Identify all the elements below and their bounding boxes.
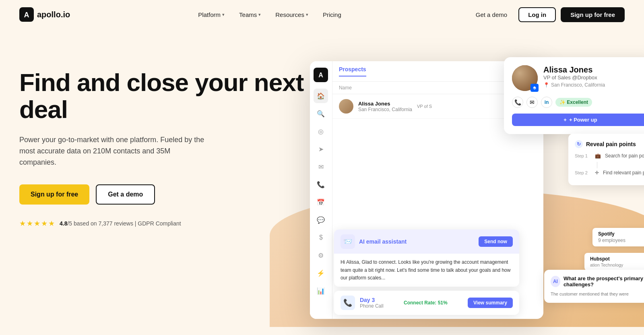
signup-button[interactable]: Sign up for free bbox=[561, 7, 625, 22]
pain-points-panel: ↻ Reveal pain points Step 1 💼 Search for… bbox=[568, 134, 644, 185]
view-summary-button[interactable]: View summary bbox=[468, 298, 513, 308]
sidebar-logo: A bbox=[314, 68, 328, 82]
sidebar-bolt-icon[interactable]: ⚡ bbox=[314, 266, 328, 280]
hero-title: Find and close your next deal bbox=[19, 69, 310, 123]
ai-question: What are the prospect's primary challeng… bbox=[564, 275, 644, 287]
contact-name: Alissa Jones bbox=[358, 101, 412, 107]
hero-section: Find and close your next deal Power your… bbox=[0, 29, 644, 335]
call-type: Phone Call bbox=[360, 303, 384, 309]
call-icon: 📞 bbox=[341, 296, 355, 310]
nav-right: Get a demo Log in Sign up for free bbox=[469, 7, 625, 22]
ai-answer: The customer mentioned that they were bbox=[551, 291, 644, 298]
profile-title: VP of Sales @Dropbox bbox=[543, 74, 605, 81]
call-info: Day 3 Phone Call bbox=[360, 297, 384, 309]
step1-label: Step 1 bbox=[575, 153, 591, 158]
sidebar-phone-icon[interactable]: 📞 bbox=[314, 177, 328, 192]
get-demo-button[interactable]: Get a demo bbox=[469, 8, 514, 21]
sidebar-chat-icon[interactable]: 💬 bbox=[314, 213, 328, 227]
prospects-tab[interactable]: Prospects bbox=[339, 66, 366, 77]
hero-right-mockup: A 🏠 🔍 ◎ ➤ ✉ 📞 📅 💬 $ ⚙ ⚡ 📊 Prospects bbox=[310, 53, 625, 327]
rating-score: 4.8/5 based on 7,377 reviews | GDPR Comp… bbox=[60, 220, 181, 227]
contact-title: VP of S bbox=[417, 104, 432, 109]
send-now-button[interactable]: Send now bbox=[479, 236, 513, 247]
location-pin-icon: 📍 bbox=[543, 82, 549, 88]
call-day: Day 3 bbox=[360, 297, 384, 303]
hero-signup-button[interactable]: Sign up for free bbox=[19, 184, 89, 205]
sidebar-settings-icon[interactable]: ⚙ bbox=[314, 248, 328, 263]
excellent-badge: ✨ Excellent bbox=[555, 98, 592, 107]
email-envelope-icon: 📨 bbox=[343, 237, 352, 246]
hero-left: Find and close your next deal Power your… bbox=[19, 53, 310, 228]
email-assistant-panel: 📨 AI email assistant Send now Hi Alissa,… bbox=[334, 230, 519, 287]
rating-stars: ★★★★★ bbox=[19, 219, 56, 228]
platform-chevron-icon: ▾ bbox=[222, 12, 225, 17]
nav-platform[interactable]: Platform ▾ bbox=[192, 8, 230, 21]
ai-bubble: 5:23 AI What are the prospect's primary … bbox=[544, 270, 644, 303]
avatar bbox=[339, 99, 353, 114]
briefcase-icon: 💼 bbox=[595, 153, 601, 159]
sidebar-home-icon[interactable]: 🏠 bbox=[314, 89, 328, 103]
hero-rating: ★★★★★ 4.8/5 based on 7,377 reviews | GDP… bbox=[19, 219, 310, 228]
profile-avatar bbox=[512, 65, 538, 91]
app-sidebar: A 🏠 🔍 ◎ ➤ ✉ 📞 📅 💬 $ ⚙ ⚡ 📊 bbox=[310, 61, 332, 319]
email-label: AI email assistant bbox=[359, 238, 407, 245]
linkedin-tag-icon: in bbox=[541, 97, 552, 108]
step2-label: Step 2 bbox=[575, 170, 591, 175]
mail-tag-icon: ✉ bbox=[526, 97, 538, 108]
call-rate: Connect Rate: 51% bbox=[404, 300, 448, 306]
power-up-button[interactable]: + + Power up bbox=[512, 114, 644, 126]
ai-bubble-header: AI What are the prospect's primary chall… bbox=[551, 275, 644, 287]
contact-info: Alissa Jones San Francisco, California bbox=[358, 101, 412, 112]
step1-text: Search for pain points bbox=[605, 153, 644, 159]
phone-icon: 📞 bbox=[343, 298, 352, 307]
call-left: 📞 Day 3 Phone Call bbox=[341, 296, 384, 310]
nav-pricing[interactable]: Pricing bbox=[317, 8, 347, 21]
ai-icon: AI bbox=[551, 276, 560, 287]
email-header: 📨 AI email assistant Send now bbox=[334, 230, 519, 254]
svg-text:A: A bbox=[319, 72, 324, 79]
hero-demo-button[interactable]: Get a demo bbox=[96, 184, 155, 205]
sidebar-dollar-icon[interactable]: $ bbox=[314, 230, 328, 245]
email-body: Hi Alissa, Glad to connect. Looks like y… bbox=[334, 254, 519, 287]
reveal-icon: ↻ bbox=[575, 140, 583, 148]
phone-tag-icon: 📞 bbox=[512, 97, 523, 108]
email-icon: 📨 bbox=[341, 234, 355, 249]
logo-text: apollo.io bbox=[37, 10, 70, 19]
hero-buttons: Sign up for free Get a demo bbox=[19, 184, 310, 205]
sidebar-chart-icon[interactable]: 📊 bbox=[314, 283, 328, 298]
plus-icon: + bbox=[564, 117, 567, 123]
sidebar-search-icon[interactable]: 🔍 bbox=[314, 106, 328, 121]
contact-location: San Francisco, California bbox=[358, 107, 412, 112]
logo[interactable]: A apollo.io bbox=[19, 7, 70, 22]
sidebar-target-icon[interactable]: ◎ bbox=[314, 124, 328, 139]
plus-step-icon: ✛ bbox=[595, 170, 599, 176]
dropbox-icon bbox=[532, 85, 537, 90]
spotify-employees: 9 employees bbox=[598, 238, 644, 243]
hubspot-card: Hubspot ation Technology bbox=[584, 253, 644, 271]
sidebar-mail-icon[interactable]: ✉ bbox=[314, 159, 328, 174]
sidebar-logo-icon: A bbox=[316, 70, 325, 79]
nav-resources[interactable]: Resources ▾ bbox=[270, 8, 314, 21]
pain-step-2: Step 2 ✛ Find relevant pain points bbox=[575, 170, 644, 176]
hubspot-industry: ation Technology bbox=[590, 263, 644, 267]
email-header-left: 📨 AI email assistant bbox=[341, 234, 407, 249]
pain-points-title: ↻ Reveal pain points bbox=[575, 140, 644, 148]
pain-divider bbox=[597, 162, 597, 168]
profile-name: Alissa Jones bbox=[543, 65, 605, 74]
login-button[interactable]: Log in bbox=[518, 7, 556, 22]
navbar: A apollo.io Platform ▾ Teams ▾ Resources… bbox=[0, 0, 644, 29]
sidebar-send-icon[interactable]: ➤ bbox=[314, 142, 328, 156]
hero-subtitle: Power your go-to-market with one platfor… bbox=[19, 134, 204, 168]
profile-tags: 📞 ✉ in ✨ Excellent bbox=[512, 97, 644, 108]
profile-header: Alissa Jones VP of Sales @Dropbox 📍 San … bbox=[512, 65, 644, 91]
nav-teams[interactable]: Teams ▾ bbox=[233, 8, 266, 21]
step2-text: Find relevant pain points bbox=[603, 170, 644, 176]
dropbox-badge bbox=[530, 84, 539, 92]
profile-text: Alissa Jones VP of Sales @Dropbox 📍 San … bbox=[543, 65, 605, 88]
spotify-card: Spotify 9 employees bbox=[592, 228, 644, 246]
pain-step-1: Step 1 💼 Search for pain points bbox=[575, 153, 644, 159]
hubspot-company: Hubspot bbox=[590, 256, 644, 262]
profile-location: 📍 San Francisco, California bbox=[543, 82, 605, 88]
nav-links: Platform ▾ Teams ▾ Resources ▾ Pricing bbox=[192, 8, 347, 21]
sidebar-calendar-icon[interactable]: 📅 bbox=[314, 195, 328, 209]
